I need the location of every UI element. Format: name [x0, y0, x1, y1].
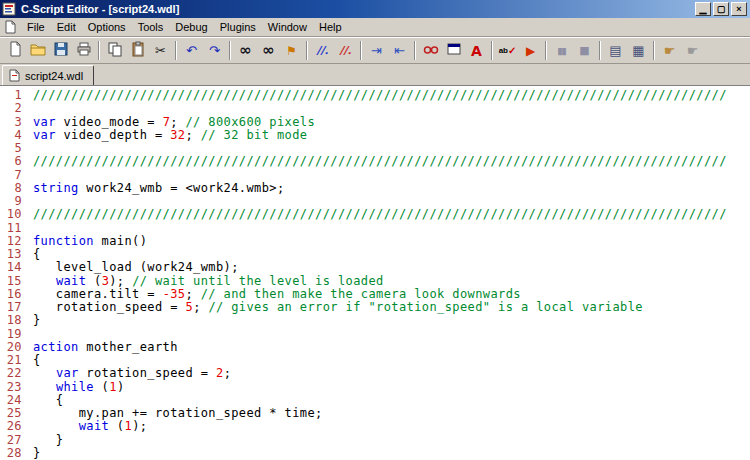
code-line[interactable]: { — [33, 354, 750, 367]
code-line[interactable]: string work24_wmb = <work24.wmb>; — [33, 182, 750, 195]
code-line[interactable]: ////////////////////////////////////////… — [33, 155, 750, 168]
line-number: 2 — [0, 102, 27, 115]
comment-selection-button[interactable]: //. — [311, 40, 334, 62]
code-line[interactable]: { — [33, 394, 750, 407]
open-file-button[interactable] — [26, 40, 49, 62]
code-line[interactable]: ////////////////////////////////////////… — [33, 89, 750, 102]
code-line[interactable]: } — [33, 314, 750, 327]
new-file-button[interactable] — [3, 40, 26, 62]
save-button[interactable] — [49, 40, 72, 62]
find-button[interactable]: ∞ — [234, 40, 257, 62]
run-button[interactable]: ▶ — [519, 40, 542, 62]
run-play-icon: ▶ — [526, 45, 535, 57]
pause-icon: ▮▮ — [558, 46, 566, 56]
paste-button[interactable] — [126, 40, 149, 62]
paste-icon — [130, 41, 146, 60]
outdent-button[interactable]: ⇤ — [388, 40, 411, 62]
bookmark-button[interactable]: ⚑ — [280, 40, 303, 62]
toolbar-separator — [360, 41, 362, 60]
menu-file[interactable]: File — [21, 18, 51, 36]
code-line[interactable]: function main() — [33, 235, 750, 248]
line-number: 21 — [0, 354, 27, 367]
resource-window-button[interactable] — [442, 40, 465, 62]
toolbar-separator — [175, 41, 177, 60]
code-line[interactable]: level_load (work24_wmb); — [33, 261, 750, 274]
code-line[interactable]: { — [33, 248, 750, 261]
code-line[interactable]: wait (1); — [33, 420, 750, 433]
code-line[interactable] — [33, 102, 750, 115]
hand-tool-alt-button[interactable]: ☛ — [681, 40, 704, 62]
cut-button[interactable]: ✂ — [149, 40, 172, 62]
code-line[interactable]: my.pan += rotation_speed * time; — [33, 407, 750, 420]
indent-button[interactable]: ⇥ — [365, 40, 388, 62]
window-grid-icon: ▦ — [632, 44, 644, 57]
syntax-check-button[interactable] — [419, 40, 442, 62]
maximize-button[interactable]: ▢ — [713, 2, 729, 16]
code-line[interactable]: ////////////////////////////////////////… — [33, 208, 750, 221]
line-number: 11 — [0, 222, 27, 235]
code-line[interactable]: var video_depth = 32; // 32 bit mode — [33, 129, 750, 142]
gutter: 1234567891011121314151617181920212223242… — [0, 86, 27, 460]
menu-help[interactable]: Help — [313, 18, 348, 36]
tab-script24[interactable]: script24.wdl — [2, 65, 94, 85]
spell-check-button[interactable]: ab✓ — [496, 40, 519, 62]
printer-icon — [76, 41, 92, 60]
code-line[interactable]: wait (3); // wait until the level is loa… — [33, 275, 750, 288]
code-line[interactable]: action mother_earth — [33, 341, 750, 354]
undo-icon: ↶ — [186, 44, 197, 57]
close-button[interactable]: × — [731, 2, 747, 16]
redo-icon: ↷ — [209, 44, 220, 57]
code-line[interactable]: rotation_speed = 5; // gives an error if… — [33, 301, 750, 314]
menu-edit[interactable]: Edit — [51, 18, 82, 36]
bookmark-flag-icon: ⚑ — [286, 45, 297, 57]
menu-tools[interactable]: Tools — [132, 18, 170, 36]
print-button[interactable] — [72, 40, 95, 62]
code-line[interactable] — [33, 142, 750, 155]
line-number: 18 — [0, 314, 27, 327]
code-line[interactable] — [33, 222, 750, 235]
code-line[interactable]: var video_mode = 7; // 800x600 pixels — [33, 116, 750, 129]
code-line[interactable]: } — [33, 434, 750, 447]
toolbar-separator — [491, 41, 493, 60]
code-line[interactable] — [33, 328, 750, 341]
uncomment-selection-button[interactable]: //. — [334, 40, 357, 62]
line-number: 5 — [0, 142, 27, 155]
toolbar-separator — [414, 41, 416, 60]
line-number: 7 — [0, 169, 27, 182]
find-next-button[interactable]: ∞ — [257, 40, 280, 62]
undo-button[interactable]: ↶ — [180, 40, 203, 62]
code-line[interactable]: } — [33, 447, 750, 460]
code-line[interactable] — [33, 195, 750, 208]
minimize-button[interactable]: ▁ — [695, 2, 711, 16]
hand-tool-button[interactable]: ☛ — [658, 40, 681, 62]
spell-check-mark-icon: ✓ — [508, 45, 516, 56]
code-line[interactable]: camera.tilt = -35; // and then make the … — [33, 288, 750, 301]
font-button[interactable]: A — [465, 40, 488, 62]
code-line[interactable] — [33, 169, 750, 182]
code-area[interactable]: ////////////////////////////////////////… — [27, 86, 750, 460]
toolbar-separator — [229, 41, 231, 60]
code-line[interactable]: var rotation_speed = 2; — [33, 367, 750, 380]
window-properties-icon — [446, 41, 462, 60]
menu-options[interactable]: Options — [82, 18, 132, 36]
output-window-button[interactable]: ▤ — [604, 40, 627, 62]
code-line[interactable]: while (1) — [33, 381, 750, 394]
line-number: 12 — [0, 235, 27, 248]
stop-button[interactable]: ■ — [573, 40, 596, 62]
hand-alt-icon: ☛ — [687, 44, 699, 57]
pause-button[interactable]: ▮▮ — [550, 40, 573, 62]
redo-button[interactable]: ↷ — [203, 40, 226, 62]
menu-window[interactable]: Window — [262, 18, 313, 36]
copy-button[interactable] — [103, 40, 126, 62]
menu-plugins[interactable]: Plugins — [214, 18, 262, 36]
line-number: 16 — [0, 288, 27, 301]
title-bar: C-Script Editor - [script24.wdl] ▁ ▢ × — [0, 0, 750, 18]
line-number: 8 — [0, 182, 27, 195]
menu-debug[interactable]: Debug — [169, 18, 213, 36]
toolbar: ✂ ↶ ↷ ∞ ∞ ⚑ //. //. ⇥ ⇤ A ab✓ — [0, 37, 750, 64]
line-number: 19 — [0, 328, 27, 341]
tab-bar: script24.wdl — [0, 64, 750, 85]
find-binoculars-icon: ∞ — [239, 43, 252, 58]
watch-window-button[interactable]: ▦ — [627, 40, 650, 62]
code-editor[interactable]: 1234567891011121314151617181920212223242… — [0, 85, 750, 460]
